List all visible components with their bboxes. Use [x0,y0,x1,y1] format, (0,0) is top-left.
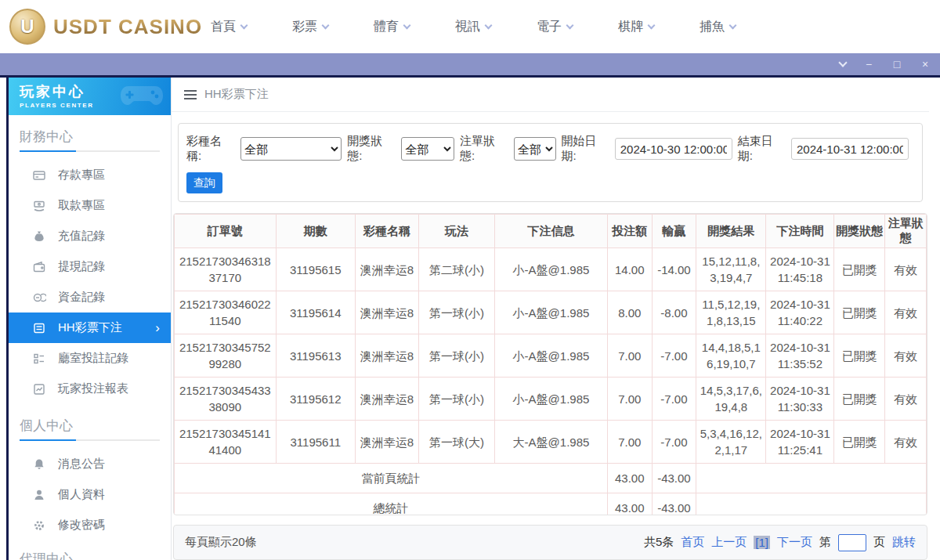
summary-win-loss-total: -43.00 [652,464,696,493]
cell-order-status: 有效 [885,291,927,334]
cell-bet-amount: 14.00 [607,248,652,291]
nav-item-home[interactable]: 首頁 [188,19,269,35]
cell-issue: 31195611 [276,421,355,464]
current-page-indicator: [1] [754,536,770,549]
cell-play-type: 第一球(小) [418,334,494,378]
sidebar-item-deposit[interactable]: 存款專區 [9,160,171,190]
sidebar-item-notices[interactable]: 消息公告 [9,449,171,479]
end-date-input[interactable] [791,138,909,160]
top-header: U USDT CASINO 首頁 彩票 體育 視訊 電子 棋牌 捕魚 [0,0,940,53]
cell-order-no: 2152173034543338090 [175,378,277,421]
cell-bet-info: 小-A盤@1.985 [495,378,608,421]
cell-order-status: 有效 [885,248,927,291]
nav-item-slots[interactable]: 電子 [514,19,595,35]
window-maximize-button[interactable]: □ [891,59,902,70]
section-divider [20,150,160,152]
chevron-down-icon [240,21,248,29]
cell-bet-time: 2024-10-31 11:40:22 [766,291,834,334]
chevron-down-icon [566,21,574,29]
next-page-link[interactable]: 下一页 [777,535,812,550]
nav-item-cards[interactable]: 棋牌 [595,19,677,35]
window-close-button[interactable]: × [920,59,931,70]
order-status-select[interactable]: 全部 [514,137,556,161]
cell-play-type: 第一球(大) [418,421,494,464]
first-page-link[interactable]: 首页 [681,535,704,550]
menu-icon[interactable] [184,90,197,99]
search-button[interactable]: 查詢 [186,172,222,193]
report-chart-icon [32,382,46,396]
cell-draw-result: 15,12,11,8,3,19,4,7 [696,248,766,291]
section-title-agent: 代理中心 [9,540,171,560]
filter-row: 彩種名稱: 全部 開獎狀態: 全部 注單狀態: 全部 開始日期: [186,134,914,164]
table-row: 2152173034575299280 31195613 澳洲幸运8 第一球(小… [175,334,927,378]
summary-empty [696,493,927,516]
bell-icon [32,457,46,471]
sidebar-item-hh-lottery-bets[interactable]: HH彩票下注 › [9,313,171,343]
page-jump-input[interactable] [838,534,866,551]
nav-item-sports[interactable]: 體育 [351,19,432,35]
cell-lottery-name: 澳洲幸运8 [355,334,418,378]
pager: 共5条 首页 上一页 [1] 下一页 第 页 跳转 [644,534,916,551]
cell-draw-status: 已開獎 [834,248,885,291]
jump-suffix: 页 [873,535,885,550]
sidebar-item-recharge-record[interactable]: 充值記錄 [9,221,171,251]
sidebar-item-room-bet-record[interactable]: 廳室投註記錄 [9,343,171,374]
lottery-name-label: 彩種名稱: [186,134,237,164]
bets-table: 訂單號 期數 彩種名稱 玩法 下注信息 投注額 輸贏 開獎結果 下注時間 開獎狀… [174,214,927,515]
wallet-icon [32,260,46,274]
cell-bet-amount: 7.00 [607,378,652,421]
usdt-logo-icon: U [9,9,45,45]
chevron-down-icon [648,21,656,29]
table-header-row: 訂單號 期數 彩種名稱 玩法 下注信息 投注額 輸贏 開獎結果 下注時間 開獎狀… [175,215,927,248]
cell-bet-time: 2024-10-31 11:45:18 [766,248,834,291]
cell-lottery-name: 澳洲幸运8 [355,248,418,291]
window-collapse-icon[interactable] [838,58,847,67]
sidebar-item-profile[interactable]: 個人資料 [9,479,171,510]
table-row: 2152173034631837170 31195615 澳洲幸运8 第二球(小… [175,248,927,291]
sidebar-item-withdraw[interactable]: 取款專區 [9,190,171,221]
sidebar-item-player-bet-report[interactable]: 玩家投注報表 [9,374,171,404]
cell-bet-info: 大-A盤@1.985 [495,421,608,464]
prev-page-link[interactable]: 上一页 [711,535,747,550]
start-date-input[interactable] [615,138,732,160]
window-titlebar: − □ × [0,53,940,75]
pagination-bar: 每頁顯示20條 共5条 首页 上一页 [1] 下一页 第 页 跳转 [173,525,927,560]
column-header-draw-status: 開獎狀態 [834,215,885,248]
withdraw-cash-icon [32,199,46,213]
order-status-label: 注單狀態: [460,134,510,164]
summary-empty [696,464,927,493]
jump-link[interactable]: 跳转 [892,535,916,550]
cell-win-loss: -7.00 [652,334,696,378]
cell-order-status: 有效 [885,378,927,421]
cell-lottery-name: 澳洲幸运8 [355,291,418,334]
draw-status-select[interactable]: 全部 [401,137,454,161]
page-title: HH彩票下注 [204,87,269,102]
sidebar-item-funds-record[interactable]: 資金記錄 [9,282,171,313]
cell-draw-status: 已開獎 [834,378,885,421]
cell-play-type: 第二球(小) [418,248,494,291]
sidebar-item-change-password[interactable]: 修改密碼 [9,510,171,540]
lottery-name-select[interactable]: 全部 [240,137,342,161]
column-header-play-type: 玩法 [418,215,494,248]
brand-logo[interactable]: U USDT CASINO [0,9,188,45]
cell-draw-result: 5,3,4,16,12,2,1,17 [696,421,766,464]
cell-draw-result: 14,5,3,17,6,19,4,8 [696,378,766,421]
coins-icon [32,291,46,305]
window-minimize-button[interactable]: − [863,59,874,70]
nav-item-fishing[interactable]: 捕魚 [677,19,758,35]
cell-order-no: 2152173034575299280 [175,334,277,378]
chevron-down-icon [729,21,737,29]
nav-item-lottery[interactable]: 彩票 [269,19,351,35]
cell-bet-info: 小-A盤@1.985 [495,248,608,291]
cell-lottery-name: 澳洲幸运8 [355,378,418,421]
chevron-down-icon [485,21,493,29]
column-header-order-no: 訂單號 [175,215,277,248]
section-title-personal: 個人中心 [9,404,171,439]
app-body: 玩家中心 PLAYERS CENTER 財務中心 存款專區 取款專區 [0,78,940,560]
person-icon [32,488,46,502]
column-header-draw-result: 開獎結果 [696,215,766,248]
lottery-list-icon [32,321,46,335]
column-header-lottery-name: 彩種名稱 [355,215,418,248]
nav-item-live[interactable]: 視訊 [432,19,514,35]
sidebar-item-withdrawal-record[interactable]: 提現記錄 [9,251,171,282]
